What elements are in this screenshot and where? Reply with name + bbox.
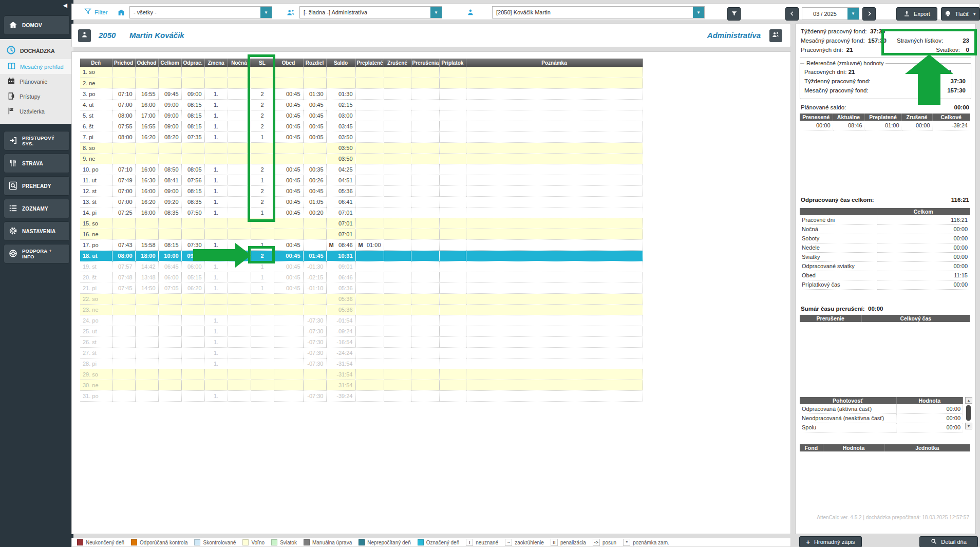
cell-nocna <box>228 347 251 358</box>
attendance-day-row[interactable]: 31. po1.-07:30-39:24 <box>80 390 643 401</box>
attendance-day-row[interactable]: 9. ne03:50 <box>80 153 643 164</box>
department-select[interactable]: - všetky - ▼ <box>129 6 272 18</box>
sidebar-item-pristupy[interactable]: Prístupy <box>0 89 73 104</box>
cell-poznamka <box>466 207 643 218</box>
attendance-day-row[interactable]: 5. st08:0017:0009:0008:151.200:4500:4503… <box>80 110 643 121</box>
scroll-down-icon[interactable]: ▼ <box>965 423 972 429</box>
attendance-day-row[interactable]: 25. ut1.-07:30-09:24 <box>80 326 643 336</box>
cell-celkom <box>158 326 181 336</box>
attendance-day-row[interactable]: 8. so03:50 <box>80 142 643 153</box>
cell-saldo: -01:54 <box>326 315 355 326</box>
cell-rozdiel <box>303 369 326 380</box>
sidebar-item-uzavierka[interactable]: Uzávierka <box>0 104 73 119</box>
attendance-day-row[interactable]: 11. ut07:4916:3008:4107:561.100:4500:260… <box>80 175 643 185</box>
cell-zrusene <box>384 380 411 390</box>
cell-zrusene <box>384 110 411 121</box>
sidebar-item-domov[interactable]: DOMOV <box>4 15 70 35</box>
summary-cell: Sviatky <box>800 252 877 261</box>
cell-celkom: 10:00 <box>158 250 181 261</box>
cell-obed: 00:45 <box>274 250 303 261</box>
employee-card-button[interactable] <box>78 29 91 42</box>
chevron-down-icon[interactable]: ▼ <box>973 12 976 16</box>
scroll-up-icon[interactable]: ▲ <box>965 397 972 404</box>
sidebar-item-podpora-info[interactable]: PODPORA + INFO <box>4 244 70 263</box>
department-button[interactable] <box>769 29 782 42</box>
sidebar-collapse-icon[interactable]: ◀ <box>0 0 73 12</box>
attendance-day-row[interactable]: 2. ne <box>80 78 643 88</box>
attendance-day-row[interactable]: 19. st07:5714:4206:4506:001.100:45-01:30… <box>80 261 643 272</box>
attendance-day-row[interactable]: 6. št07:5516:5509:0008:151.200:4500:4503… <box>80 121 643 131</box>
attendance-day-row[interactable]: 15. so07:01 <box>80 218 643 229</box>
sidebar-item-zoznamy[interactable]: ZOZNAMY <box>4 199 70 218</box>
attendance-day-row[interactable]: 17. po07:4315:5808:1507:301.100:45M08:46… <box>80 239 643 250</box>
chevron-down-icon[interactable]: ▼ <box>260 7 272 18</box>
summary-row: Odpracovaná (aktívna časť)00:00 <box>800 404 963 413</box>
attendance-day-row[interactable]: 1. so <box>80 67 643 78</box>
attendance-day-row[interactable]: 13. št07:0016:2009:2008:351.200:4501:050… <box>80 196 643 207</box>
attendance-day-row[interactable]: 27. št1.-07:30-24:24 <box>80 347 643 358</box>
prev-month-button[interactable] <box>785 7 799 21</box>
cell-odprac <box>181 390 204 401</box>
filter-icon <box>731 10 738 18</box>
attendance-day-row[interactable]: 3. po07:1016:5509:4509:001.200:4501:3001… <box>80 88 643 99</box>
cell-poznamka <box>466 336 643 347</box>
cell-preplatene <box>355 175 384 185</box>
cell-preplatene <box>355 229 384 239</box>
cell-nocna <box>228 261 251 272</box>
employee-select[interactable]: [2050] Kováčik Martin ▼ <box>492 6 705 18</box>
cell-odchod: 15:58 <box>135 239 158 250</box>
cell-priplatok <box>439 358 466 369</box>
sidebar-item-pristupovy-sys[interactable]: PRÍSTUPOVÝ SYS. <box>4 131 70 150</box>
attendance-day-row[interactable]: 24. po1.-07:30-01:54 <box>80 315 643 326</box>
cell-odprac: 05:15 <box>181 272 204 282</box>
attendance-day-row[interactable]: 7. pi08:0016:2008:2007:351.100:4500:0503… <box>80 131 643 142</box>
cell-celkom <box>158 369 181 380</box>
attendance-day-row[interactable]: 26. st1.-07:30-16:54 <box>80 336 643 347</box>
attendance-day-row[interactable]: 23. ne05:36 <box>80 304 643 315</box>
cell-preplatene <box>355 369 384 380</box>
sidebar-item-prehlady[interactable]: PREHĽADY <box>4 176 70 196</box>
cell-odchod: 13:48 <box>135 272 158 282</box>
attendance-day-row[interactable]: 29. so-31:54 <box>80 369 643 380</box>
chevron-down-icon[interactable]: ▼ <box>430 7 442 18</box>
attendance-day-row[interactable]: 4. ut07:0016:0009:0008:151.200:4500:4502… <box>80 99 643 110</box>
cell-poznamka <box>466 88 643 99</box>
sidebar-item-mesacny-prehlad[interactable]: Mesačný prehľad <box>0 59 73 74</box>
next-month-button[interactable] <box>862 7 876 21</box>
group-select[interactable]: [- žiadna -] Administratíva ▼ <box>299 6 442 18</box>
attendance-day-row[interactable]: 28. pi1.-07:30-31:54 <box>80 358 643 369</box>
attendance-day-row[interactable]: 14. pi07:2516:0008:3507:501.100:4500:200… <box>80 207 643 218</box>
attendance-day-row[interactable]: 22. so05:36 <box>80 293 643 304</box>
attendance-day-row[interactable]: 18. ut08:0018:0010:0009:151.200:4501:451… <box>80 250 643 261</box>
day-detail-button[interactable]: Detail dňa <box>919 536 978 547</box>
cell-priplatok <box>439 110 466 121</box>
export-button[interactable]: Export <box>896 7 937 21</box>
filter-toggle[interactable]: Filter <box>84 6 108 18</box>
cell-celkom: 08:41 <box>158 175 181 185</box>
attendance-day-row[interactable]: 30. ne-31:54 <box>80 380 643 390</box>
sidebar-section-dochadzka[interactable]: DOCHÁDZKA <box>0 43 73 59</box>
sidebar-item-planovanie[interactable]: Plánovanie <box>0 74 73 89</box>
app-version-footer: AttenCalc ver. 4.5.2 | dochádzka prepočí… <box>817 515 969 520</box>
print-button[interactable]: Tlačiť ▼ <box>941 7 980 21</box>
cell-saldo: 07:01 <box>326 207 355 218</box>
scrollbar-thumb[interactable] <box>966 405 971 421</box>
cell-nocna <box>228 380 251 390</box>
sidebar-item-nastavenia[interactable]: NASTAVENIA <box>4 221 70 241</box>
summary-cell: 00:00 <box>896 413 963 423</box>
cell-poznamka <box>466 282 643 293</box>
attendance-day-row[interactable]: 16. ne07:01 <box>80 229 643 239</box>
attendance-day-row[interactable]: 10. po07:1016:0008:5008:051.200:4500:350… <box>80 164 643 175</box>
attendance-day-row[interactable]: 20. št07:4813:4806:0005:151.100:45-02:15… <box>80 272 643 282</box>
chevron-down-icon[interactable]: ▼ <box>847 8 859 20</box>
chevron-down-icon[interactable]: ▼ <box>693 7 704 18</box>
attendance-day-row[interactable]: 12. st07:0016:0009:0008:151.200:4500:450… <box>80 185 643 196</box>
cell-nocna <box>228 196 251 207</box>
sidebar-item-strava[interactable]: STRAVA <box>4 154 70 173</box>
month-picker[interactable]: 03 / 2025 ▼ <box>802 7 859 20</box>
column-header: Rozdiel <box>303 59 326 67</box>
apply-filter-button[interactable] <box>727 7 741 21</box>
flag-icon <box>7 107 15 116</box>
bulk-entry-button[interactable]: + Hromadný zápis <box>799 536 862 547</box>
attendance-day-row[interactable]: 21. pi07:4514:5007:0506:201.100:45-01:10… <box>80 282 643 293</box>
